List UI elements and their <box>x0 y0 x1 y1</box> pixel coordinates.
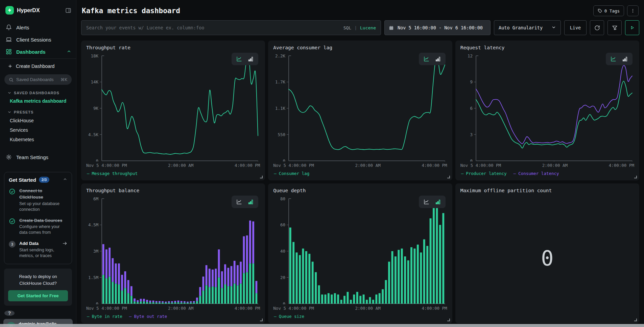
get-started-step-connect[interactable]: Connect to ClickHouse Set up your databa… <box>9 187 67 212</box>
sidebar-item-label: Alerts <box>16 25 29 30</box>
filter-button[interactable] <box>607 20 622 35</box>
chart-legend: —Queue size <box>273 311 447 322</box>
svg-text:9K: 9K <box>93 106 99 111</box>
chart-type-toggle <box>232 53 258 65</box>
legend-dash: — <box>274 171 277 176</box>
sidebar-item-services[interactable]: Services <box>0 125 76 135</box>
sidebar-item-kubernetes[interactable]: Kubernetes <box>0 135 76 144</box>
chevron-up-icon[interactable] <box>67 49 71 55</box>
line-chart-icon[interactable] <box>236 199 242 205</box>
legend-item[interactable]: —Queue size <box>274 314 304 319</box>
page-title: Kafka metrics dashboard <box>82 7 180 15</box>
svg-text:6: 6 <box>470 106 473 111</box>
svg-text:0: 0 <box>96 301 98 305</box>
sidebar-collapse-icon[interactable] <box>65 7 71 14</box>
get-started-step-sources[interactable]: Create Data Sources Configure where your… <box>9 217 67 236</box>
resize-handle[interactable] <box>447 319 450 321</box>
resize-handle[interactable] <box>634 319 637 321</box>
resize-handle[interactable] <box>260 319 263 321</box>
chart-title: Throughput balance <box>86 188 260 193</box>
saved-dashboards-search-input[interactable]: Saved Dashboards ⌘K <box>4 74 72 85</box>
gear-icon <box>6 154 12 160</box>
chart-title: Throughput rate <box>86 45 260 50</box>
sidebar-item-dashboards[interactable]: Dashboards <box>0 46 76 58</box>
resize-handle[interactable] <box>447 176 450 178</box>
legend-item[interactable]: —Consumer lag <box>274 171 309 176</box>
sql-toggle[interactable]: SQL <box>343 25 351 30</box>
funnel-icon <box>612 25 618 31</box>
bar-chart-icon[interactable] <box>435 199 441 205</box>
chevron-down-icon <box>7 91 11 95</box>
granularity-select[interactable]: Auto Granularity <box>494 20 561 35</box>
brand-name: HyperDX <box>17 7 40 14</box>
event-search-input[interactable]: Search your events w/ Lucene ex. column:… <box>81 20 381 35</box>
main-content: Kafka metrics dashboard 0 Tags Search yo… <box>76 0 644 327</box>
line-chart-icon[interactable] <box>423 199 430 205</box>
run-query-button[interactable] <box>625 20 639 35</box>
sidebar-item-team-settings[interactable]: Team Settings <box>0 151 76 163</box>
create-dashboard-button[interactable]: Create Dashboard <box>0 59 76 71</box>
chart-type-toggle <box>232 196 258 208</box>
saved-dashboards-section-toggle[interactable]: SAVED DASHBOARDS <box>0 87 76 97</box>
legend-item[interactable]: —Producer latency <box>461 171 507 176</box>
filter-bar: Search your events w/ Lucene ex. column:… <box>81 20 639 35</box>
chevron-up-icon[interactable] <box>63 177 67 183</box>
line-chart-icon[interactable] <box>236 56 242 62</box>
svg-text:20: 20 <box>280 275 285 280</box>
hyperdx-logo-icon <box>5 6 14 15</box>
resize-handle[interactable] <box>260 176 263 178</box>
get-started-title: Get Started <box>9 177 36 183</box>
chart-card-request-latency: Request latency 036912 Nov 5 4:00:00 PM2… <box>455 41 639 180</box>
bar-chart-icon[interactable] <box>247 56 254 62</box>
bar-chart-icon[interactable] <box>622 56 628 62</box>
refresh-button[interactable] <box>590 20 604 35</box>
clickhouse-cloud-promo: Ready to deploy on ClickHouse Cloud? Get… <box>4 269 72 306</box>
get-started-step-add-data[interactable]: 3 Add Data Start sending logs, metrics, … <box>9 240 67 259</box>
sidebar-item-alerts[interactable]: Alerts <box>0 21 76 33</box>
get-started-card: Get Started 2/3 Connect to ClickHouse Se… <box>4 172 72 264</box>
line-chart-icon[interactable] <box>423 56 430 62</box>
get-started-free-button[interactable]: Get Started for Free <box>8 290 68 301</box>
help-button[interactable]: ? <box>4 310 15 316</box>
x-axis-labels: Nov 5 4:00:00 PM2:00:00 AM4:00:00 PM <box>86 304 260 311</box>
horizontal-scrollbar[interactable] <box>0 324 644 327</box>
query-language-toggle: SQL | Lucene <box>343 25 376 30</box>
svg-text:550: 550 <box>278 132 286 137</box>
legend-dash: — <box>87 314 90 319</box>
resize-handle[interactable] <box>634 176 637 178</box>
svg-text:0: 0 <box>96 158 98 162</box>
legend-item[interactable]: —Byte in rate <box>87 314 122 319</box>
x-axis-labels: Nov 5 4:00:00 PM2:00:00 AM4:00:00 PM <box>273 304 447 311</box>
svg-text:12: 12 <box>468 53 473 58</box>
svg-text:3M: 3M <box>93 249 98 254</box>
sidebar-item-client-sessions[interactable]: Client Sessions <box>0 33 76 46</box>
legend-item[interactable]: —Byte out rate <box>129 314 167 319</box>
search-placeholder: Search your events w/ Lucene ex. column:… <box>86 25 205 30</box>
legend-item[interactable]: —Consumer latency <box>514 171 559 176</box>
legend-item[interactable]: —Message throughput <box>87 171 138 176</box>
live-button[interactable]: Live <box>564 20 587 35</box>
sidebar-item-clickhouse[interactable]: ClickHouse <box>0 116 76 125</box>
presets-section-toggle[interactable]: PRESETS <box>0 106 76 116</box>
chart-legend: —Consumer lag <box>273 168 447 179</box>
date-range-picker[interactable]: Nov 5 16:00:00 - Nov 6 16:00:00 <box>384 20 491 35</box>
legend-label: Consumer latency <box>518 171 559 176</box>
more-options-button[interactable] <box>627 5 639 16</box>
legend-label: Queue size <box>279 314 304 319</box>
x-axis-labels: Nov 5 4:00:00 PM2:00:00 AM4:00:00 PM <box>86 161 260 168</box>
step-number-badge: 3 <box>9 241 16 248</box>
sidebar-item-kafka-dashboard[interactable]: Kafka metrics dashboard <box>0 97 76 106</box>
sidebar-nav: Alerts Client Sessions Dashboards <box>0 19 76 58</box>
svg-text:40: 40 <box>280 249 285 254</box>
lucene-toggle[interactable]: Lucene <box>360 25 376 30</box>
chart-legend: —Message throughput <box>86 168 260 179</box>
line-chart-icon[interactable] <box>610 56 617 62</box>
legend-dash: — <box>461 171 464 176</box>
legend-dash: — <box>274 314 277 319</box>
chart-card-throughput-balance: Throughput balance 01.5M3M4.5M6M Nov 5 4… <box>81 183 265 323</box>
bar-chart-icon[interactable] <box>435 56 441 62</box>
arrow-right-icon <box>62 241 67 247</box>
bar-chart-icon[interactable] <box>247 199 254 205</box>
tags-button[interactable]: 0 Tags <box>593 5 624 16</box>
plot-area: 0 <box>460 195 634 322</box>
